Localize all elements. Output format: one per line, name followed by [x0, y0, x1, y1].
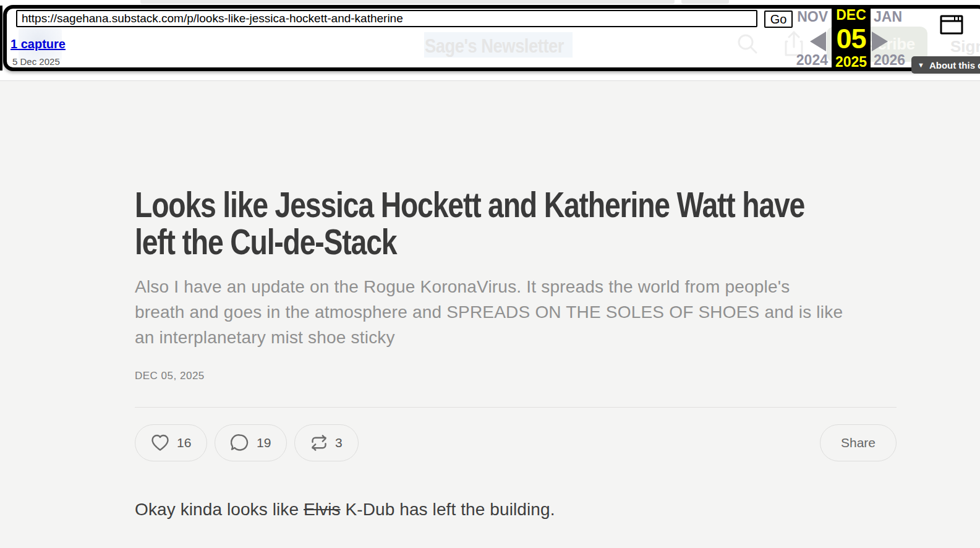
- restack-button[interactable]: 3: [294, 424, 359, 461]
- newsletter-title: Sage's Newsletter: [425, 35, 564, 58]
- window-icon[interactable]: [940, 15, 963, 35]
- post-title-line-1: Looks like Jessica Hockett and Katherine…: [135, 186, 804, 224]
- heart-icon: [151, 434, 169, 452]
- share-button[interactable]: Share: [820, 424, 897, 461]
- dropdown-triangle-icon: ▼: [918, 62, 924, 69]
- post-date: DEC 05, 2025: [135, 370, 205, 382]
- current-year-label: 2025: [835, 55, 867, 69]
- page: Sage's Newsletter Subscribe Sign in Go 1…: [0, 0, 980, 548]
- about-capture-dropdown[interactable]: ▼ About this capture: [911, 56, 980, 74]
- header-top-bar: [140, 0, 675, 4]
- comment-count: 19: [257, 435, 271, 450]
- toolbar-left-edge: [0, 6, 2, 71]
- comment-icon: [231, 434, 249, 452]
- current-day-label: 05: [836, 25, 866, 53]
- sign-in-link[interactable]: Sign in: [950, 37, 980, 56]
- body-text: K-Dub has left the building.: [341, 500, 555, 519]
- share-label: Share: [841, 435, 876, 450]
- body-text: Okay kinda looks like: [135, 500, 304, 519]
- body-struck-text: Elvis: [304, 500, 341, 519]
- prev-capture-arrow-icon[interactable]: [810, 32, 826, 51]
- subtitle-line: breath and goes in the atmosphere and SP…: [135, 299, 843, 325]
- current-capture-column: DEC 05 2025: [832, 5, 871, 71]
- next-year-label[interactable]: 2026: [874, 53, 912, 67]
- post-title-line-2: left the Cul-de-Stack: [135, 223, 396, 261]
- prev-month-label[interactable]: NOV: [790, 10, 828, 24]
- like-count: 16: [177, 435, 191, 450]
- subtitle-line: Also I have an update on the Rogue Koron…: [135, 274, 843, 299]
- restack-icon: [310, 434, 328, 452]
- current-month-label: DEC: [836, 8, 866, 22]
- divider: [135, 407, 897, 408]
- next-capture-arrow-icon[interactable]: [872, 32, 888, 51]
- post-body: Okay kinda looks like Elvis K-Dub has le…: [135, 500, 555, 520]
- post-actions-row: 16 19 3 Share: [135, 424, 897, 461]
- prev-year-label[interactable]: 2024: [790, 53, 828, 67]
- like-button[interactable]: 16: [135, 424, 207, 461]
- about-capture-label: About this capture: [929, 60, 980, 71]
- restack-count: 3: [335, 435, 343, 450]
- comment-button[interactable]: 19: [215, 424, 287, 461]
- go-button[interactable]: Go: [764, 11, 793, 28]
- next-month-label[interactable]: JAN: [874, 10, 912, 24]
- captures-link[interactable]: 1 capture: [11, 37, 66, 51]
- post-subtitle: Also I have an update on the Rogue Koron…: [135, 274, 843, 350]
- header-top-bar-small: [681, 0, 729, 4]
- capture-date: 5 Dec 2025: [12, 56, 60, 67]
- search-icon[interactable]: [736, 33, 759, 55]
- subtitle-line: an interplanetary mist shoe sticky: [135, 325, 843, 350]
- wayback-url-input[interactable]: [16, 10, 757, 27]
